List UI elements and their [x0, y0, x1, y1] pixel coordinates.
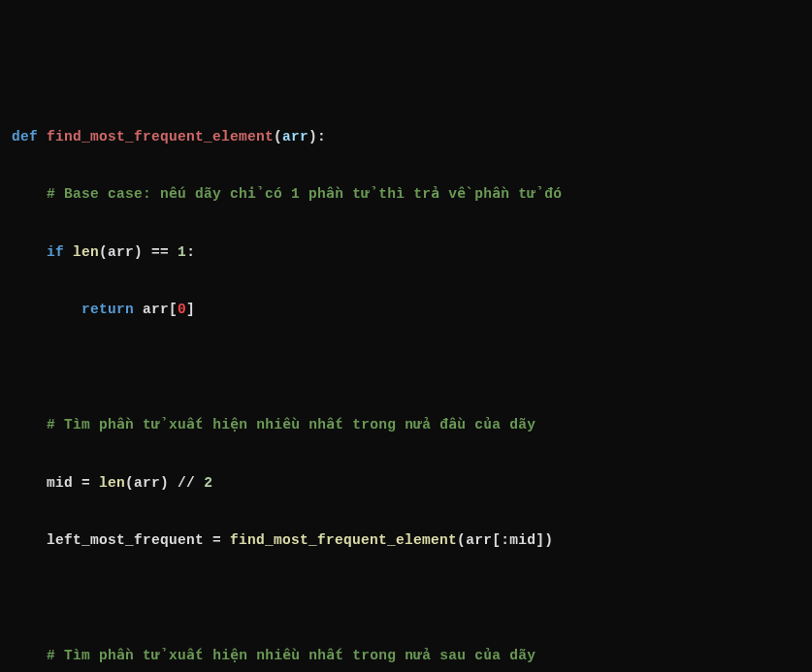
paren-open: ( [99, 244, 108, 260]
bracket-close: ] [186, 302, 195, 317]
code-line-8: left_most_frequent = find_most_frequent_… [12, 527, 800, 556]
bracket-open: [ [169, 302, 178, 317]
paren-close: ) [134, 244, 151, 260]
identifier-arr: arr [108, 244, 134, 260]
operator-assign: = [81, 475, 99, 491]
code-line-9 [12, 584, 800, 613]
blank-line [12, 360, 20, 375]
parameter: arr [282, 129, 309, 144]
indent [12, 417, 47, 432]
indent [12, 648, 47, 663]
code-line-1: def find_most_frequent_element(arr): [12, 123, 800, 152]
code-line-10: # Tìm phần tử xuất hiện nhiều nhất trong… [12, 642, 800, 671]
paren-close: ) [160, 475, 178, 491]
number-two: 2 [204, 475, 212, 491]
code-line-3: if len(arr) == 1: [12, 239, 800, 268]
keyword-if: if [47, 244, 73, 260]
indent [12, 244, 47, 260]
number-one: 1 [178, 244, 186, 260]
code-line-5 [12, 354, 800, 383]
paren-close-colon: ): [309, 129, 326, 144]
code-line-4: return arr[0] [12, 296, 800, 325]
comment: # Tìm phần tử xuất hiện nhiều nhất trong… [47, 417, 536, 432]
paren-open: ( [457, 532, 466, 548]
operator-eq: == [151, 244, 178, 260]
keyword-return: return [81, 302, 143, 317]
builtin-len: len [73, 244, 99, 260]
comment: # Tìm phần tử xuất hiện nhiều nhất trong… [47, 648, 536, 663]
identifier-lmf: left_most_frequent [47, 532, 212, 548]
code-line-6: # Tìm phần tử xuất hiện nhiều nhất trong… [12, 411, 800, 440]
paren-open: ( [125, 475, 134, 491]
identifier-arr: arr [466, 532, 492, 548]
slice-open: [: [492, 532, 509, 548]
indent [12, 532, 47, 548]
identifier-arr: arr [143, 302, 169, 317]
comment: # Base case: nếu dãy chỉ có 1 phần tử th… [47, 186, 562, 202]
function-name: find_most_frequent_element [47, 129, 274, 144]
builtin-len: len [99, 475, 125, 491]
keyword-def: def [12, 129, 47, 144]
slice-close: ]) [536, 532, 553, 548]
operator-assign: = [212, 532, 230, 548]
indent [12, 186, 47, 202]
identifier-arr: arr [134, 475, 160, 491]
colon: : [186, 244, 195, 260]
blank-line [12, 590, 20, 605]
identifier-mid: mid [47, 475, 81, 491]
identifier-mid: mid [509, 532, 536, 548]
indent [12, 302, 81, 317]
function-call: find_most_frequent_element [230, 532, 457, 548]
code-line-7: mid = len(arr) // 2 [12, 469, 800, 498]
indent [12, 475, 47, 491]
operator-floordiv: // [178, 475, 204, 491]
paren-open: ( [274, 129, 282, 144]
code-line-2: # Base case: nếu dãy chỉ có 1 phần tử th… [12, 180, 800, 209]
number-zero: 0 [178, 302, 186, 317]
